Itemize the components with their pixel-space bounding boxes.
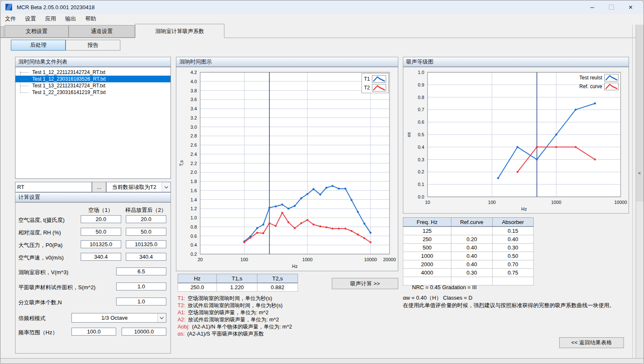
svg-text:0.1: 0.1 xyxy=(418,182,424,187)
note-line: T1:空场混响室的混响时间，单位为秒(s) xyxy=(178,295,292,302)
browse-button[interactable]: ... xyxy=(92,182,106,192)
svg-text:T,s: T,s xyxy=(179,160,184,166)
minimize-button[interactable]: ─ xyxy=(583,0,602,14)
svg-text:1.8: 1.8 xyxy=(191,179,197,184)
table-row[interactable]: 1250.15 xyxy=(403,227,534,235)
humidity-field-2[interactable] xyxy=(126,228,166,236)
note-text: 放试件后混响室的吸声量，单位为: m^2 xyxy=(188,317,279,323)
octave-mode-combobox[interactable]: 1/3 Octave xyxy=(71,313,166,323)
frequency-min-field[interactable] xyxy=(71,328,116,336)
legend-label: Test reulst xyxy=(579,75,602,81)
svg-text:1.0: 1.0 xyxy=(191,215,197,220)
absorption-table-header-freq: Freq. Hz xyxy=(403,218,451,227)
maximize-icon xyxy=(609,5,614,10)
svg-text:3.4: 3.4 xyxy=(191,106,197,111)
back-to-results-button[interactable]: << 返回结果表格 xyxy=(559,337,624,348)
collapse-left-icon[interactable]: < xyxy=(638,171,641,176)
menu-help[interactable]: 帮助 xyxy=(81,14,101,23)
collapse-panel-strip[interactable]: < xyxy=(636,25,644,201)
list-item[interactable]: Test 1_12_230316183526_RT.txt xyxy=(15,76,171,82)
page-divider xyxy=(632,25,633,358)
tree-connector xyxy=(20,79,28,79)
sound-speed-field-2[interactable] xyxy=(126,253,166,261)
svg-text:3.2: 3.2 xyxy=(191,115,197,120)
list-item[interactable]: Test 1_13_221123142724_RT.txt xyxy=(15,82,171,89)
svg-text:0.3: 0.3 xyxy=(418,157,424,162)
svg-text:100: 100 xyxy=(488,200,496,205)
svg-text:0.0: 0.0 xyxy=(418,194,424,199)
label-octave-mode: 倍频程模式 xyxy=(18,315,46,322)
list-item[interactable]: Test 1_22_230316141219_RT.txt xyxy=(15,89,171,96)
menu-file[interactable]: 文件 xyxy=(0,14,20,23)
rt-chart-legend: T1T2 xyxy=(361,73,389,93)
table-cell xyxy=(451,227,493,235)
single-value-note: 在使用此单值评价量的时候，强烈建议与按照标准获得的完整的吸声系数曲线一块使用。 xyxy=(403,302,615,309)
svg-text:20: 20 xyxy=(198,257,203,262)
svg-text:Hz: Hz xyxy=(521,206,527,211)
tab-channel-settings[interactable]: 通道设置 xyxy=(69,25,135,38)
label-relative-humidity: 相对湿度, RH (%) xyxy=(18,229,61,237)
sound-speed-field-1[interactable] xyxy=(81,253,121,261)
table-row[interactable]: 5000.400.30 xyxy=(403,244,534,252)
frequency-max-field[interactable] xyxy=(122,328,166,336)
data-read-combobox[interactable]: 当前数据读取为T2 xyxy=(106,182,171,192)
grade-chart-legend: Test reulstRef. curve xyxy=(579,73,619,91)
curve-icon xyxy=(372,75,386,83)
note-text: 放试件后混响室的混响时间，单位为秒(s) xyxy=(188,303,283,308)
table-cell: 0.40 xyxy=(451,244,493,252)
air-temperature-field-2[interactable] xyxy=(126,215,166,223)
rt-name-input[interactable] xyxy=(15,182,92,192)
tab-document-settings[interactable]: 文档设置 xyxy=(5,25,69,38)
subtab-report[interactable]: 报告 xyxy=(66,40,120,51)
menu-application[interactable]: 应用 xyxy=(41,14,61,23)
air-temperature-field-1[interactable] xyxy=(81,215,121,223)
table-row[interactable]: 250.0 1.220 0.882 xyxy=(178,283,298,292)
table-row[interactable]: 20000.400.70 xyxy=(403,260,534,269)
chevron-down-icon[interactable] xyxy=(162,182,171,192)
svg-text:1000: 1000 xyxy=(551,200,561,205)
octave-mode-value: 1/3 Octave xyxy=(72,315,157,321)
table-cell: 0.30 xyxy=(451,269,493,277)
absorber-count-field[interactable] xyxy=(116,298,166,305)
rt-table-freq: 250.0 xyxy=(178,283,217,292)
room-volume-field[interactable] xyxy=(116,267,166,275)
close-button[interactable]: ✕ xyxy=(621,0,640,14)
table-cell: 0.70 xyxy=(492,260,533,269)
data-read-combobox-value: 当前数据读取为T2 xyxy=(107,183,162,191)
list-item[interactable]: Test 1_12_221123142724_RT.txt xyxy=(15,69,171,76)
svg-text:1.6: 1.6 xyxy=(191,188,197,193)
sample-area-field[interactable] xyxy=(116,283,166,290)
note-line: Aobj:(A2-A1)/N 单个物体的吸声量，单位为: m^2 xyxy=(178,323,292,331)
maximize-button[interactable] xyxy=(602,0,621,14)
tab-strip-stub xyxy=(0,26,4,38)
label-room-volume: 混响室容积，V(m^3) xyxy=(18,269,69,276)
rt-table-header-hz: Hz xyxy=(178,274,217,283)
humidity-field-1[interactable] xyxy=(81,228,121,236)
table-cell: 0.15 xyxy=(492,227,533,235)
label-air-temperature: 空气温度, t(摄氏度) xyxy=(18,216,65,224)
table-cell: 0.40 xyxy=(451,260,493,269)
pressure-field-2[interactable] xyxy=(126,240,166,248)
rt-chart-header: 混响时间图示 xyxy=(176,57,398,67)
pressure-field-1[interactable] xyxy=(81,240,121,248)
table-row[interactable]: 2500.200.40 xyxy=(403,235,534,244)
alpha-w-result: αw = 0.40（H） Classes = D xyxy=(403,294,472,302)
rt-file-list[interactable]: Test 1_12_221123142724_RT.txtTest 1_12_2… xyxy=(15,67,171,179)
rt-chart[interactable]: 0.20.40.60.81.01.21.41.61.82.02.22.42.62… xyxy=(176,67,398,271)
legend-label: T1 xyxy=(364,76,370,82)
menu-settings[interactable]: 设置 xyxy=(20,14,41,23)
label-sound-speed: 空气声速，v0(m/s) xyxy=(18,254,64,262)
subtab-postprocess[interactable]: 后处理 xyxy=(11,40,66,51)
table-row[interactable]: 40000.300.75 xyxy=(403,269,534,277)
calc-settings-header: 计算设置 xyxy=(15,192,171,202)
table-row[interactable]: 10000.400.50 xyxy=(403,252,534,260)
rt-table-t1-value: 1.220 xyxy=(216,283,257,292)
note-text: 空场混响室的吸声量，单位为: m^2 xyxy=(188,310,269,316)
menu-output[interactable]: 输出 xyxy=(61,14,81,23)
absorption-calc-button[interactable]: 吸声计算 >> xyxy=(332,278,398,289)
table-cell: 0.20 xyxy=(451,235,493,244)
svg-text:10000: 10000 xyxy=(364,257,377,262)
curve-icon xyxy=(604,83,619,90)
tab-reverb-absorption[interactable]: 混响室计算吸声系数 xyxy=(135,24,224,38)
chevron-down-icon[interactable] xyxy=(157,313,166,322)
